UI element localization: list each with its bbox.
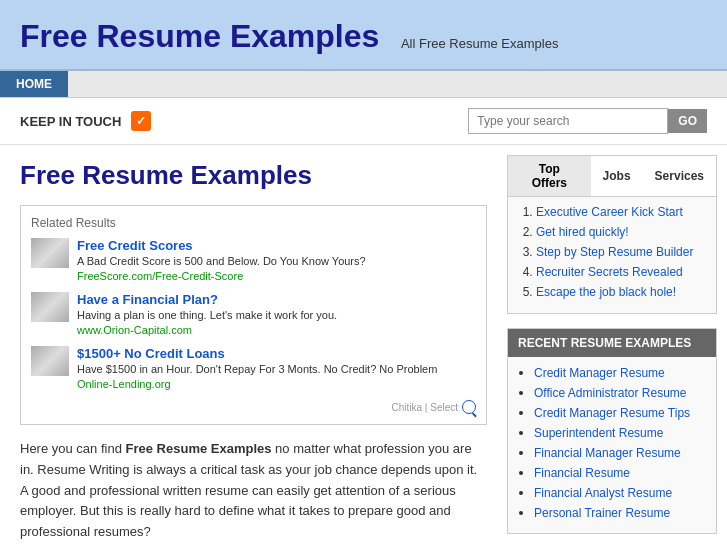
main-content: Free Resume Examples Related Results Fre… (0, 145, 507, 545)
related-thumb (31, 346, 69, 376)
related-link-2[interactable]: Have a Financial Plan? (77, 292, 337, 307)
related-results-box: Related Results Free Credit Scores A Bad… (20, 205, 487, 425)
list-item: Escape the job black hole! (536, 285, 706, 299)
related-url-2: www.Orion-Capital.com (77, 324, 337, 336)
page-header: Free Resume Examples All Free Resume Exa… (0, 0, 727, 71)
keep-in-touch-bar: KEEP IN TOUCH ✓ GO (0, 98, 727, 145)
list-item: Credit Manager Resume (534, 365, 706, 380)
recent-content: Credit Manager Resume Office Administrat… (508, 357, 716, 533)
list-item: Personal Trainer Resume (534, 505, 706, 520)
recent-link-7[interactable]: Personal Trainer Resume (534, 506, 670, 520)
main-layout: Free Resume Examples Related Results Fre… (0, 145, 727, 545)
related-desc-2: Having a plan is one thing. Let's make i… (77, 309, 337, 321)
search-input[interactable] (468, 108, 668, 134)
keep-label: KEEP IN TOUCH (20, 114, 121, 129)
list-item: Financial Analyst Resume (534, 485, 706, 500)
related-link-3[interactable]: $1500+ No Credit Loans (77, 346, 437, 361)
offer-link-4[interactable]: Recruiter Secrets Revealed (536, 265, 683, 279)
list-item: Financial Resume (534, 465, 706, 480)
recent-widget: RECENT RESUME EXAMPLES Credit Manager Re… (507, 328, 717, 534)
recent-link-3[interactable]: Superintendent Resume (534, 426, 663, 440)
body-bold-1: Free Resume Examples (126, 441, 272, 456)
recent-list: Credit Manager Resume Office Administrat… (518, 365, 706, 520)
related-item-text: Have a Financial Plan? Having a plan is … (77, 292, 337, 336)
recent-link-1[interactable]: Office Administrator Resume (534, 386, 687, 400)
related-item: Free Credit Scores A Bad Credit Score is… (31, 238, 476, 282)
list-item: Step by Step Resume Builder (536, 245, 706, 259)
body-text-1: Here you can find (20, 441, 126, 456)
list-item: Financial Manager Resume (534, 445, 706, 460)
sidebar: Top Offers Jobs Services Executive Caree… (507, 145, 727, 545)
search-icon (462, 400, 476, 414)
tabs-widget: Top Offers Jobs Services Executive Caree… (507, 155, 717, 314)
related-thumb (31, 292, 69, 322)
related-item: $1500+ No Credit Loans Have $1500 in an … (31, 346, 476, 390)
go-button[interactable]: GO (668, 109, 707, 133)
rss-icon[interactable]: ✓ (131, 111, 151, 131)
tab-services[interactable]: Services (643, 156, 716, 196)
list-item: Superintendent Resume (534, 425, 706, 440)
list-item: Credit Manager Resume Tips (534, 405, 706, 420)
nav-bar: HOME (0, 71, 727, 98)
related-url-1: FreeScore.com/Free-Credit-Score (77, 270, 366, 282)
keep-left: KEEP IN TOUCH ✓ (20, 111, 151, 131)
recent-link-6[interactable]: Financial Analyst Resume (534, 486, 672, 500)
content-heading: Free Resume Examples (20, 160, 487, 191)
recent-link-2[interactable]: Credit Manager Resume Tips (534, 406, 690, 420)
offer-link-2[interactable]: Get hired quickly! (536, 225, 629, 239)
tab-top-offers[interactable]: Top Offers (508, 156, 591, 196)
list-item: Get hired quickly! (536, 225, 706, 239)
related-thumb (31, 238, 69, 268)
related-title: Related Results (31, 216, 476, 230)
related-desc-3: Have $1500 in an Hour. Don't Repay For 3… (77, 363, 437, 375)
list-item: Recruiter Secrets Revealed (536, 265, 706, 279)
site-title: Free Resume Examples (20, 18, 379, 54)
offer-link-1[interactable]: Executive Career Kick Start (536, 205, 683, 219)
related-link-1[interactable]: Free Credit Scores (77, 238, 366, 253)
body-paragraph-1: Here you can find Free Resume Examples n… (20, 439, 487, 543)
related-item-text: Free Credit Scores A Bad Credit Score is… (77, 238, 366, 282)
related-desc-1: A Bad Credit Score is 500 and Below. Do … (77, 255, 366, 267)
chitika-label: Chitika | Select (391, 402, 458, 413)
tab-jobs[interactable]: Jobs (591, 156, 643, 196)
offer-link-3[interactable]: Step by Step Resume Builder (536, 245, 693, 259)
recent-link-0[interactable]: Credit Manager Resume (534, 366, 665, 380)
chitika-bar: Chitika | Select (31, 400, 476, 414)
recent-header: RECENT RESUME EXAMPLES (508, 329, 716, 357)
tabs-header: Top Offers Jobs Services (508, 156, 716, 197)
recent-link-4[interactable]: Financial Manager Resume (534, 446, 681, 460)
related-item: Have a Financial Plan? Having a plan is … (31, 292, 476, 336)
search-area: GO (468, 108, 707, 134)
related-url-3: Online-Lending.org (77, 378, 437, 390)
recent-link-5[interactable]: Financial Resume (534, 466, 630, 480)
related-item-text: $1500+ No Credit Loans Have $1500 in an … (77, 346, 437, 390)
list-item: Executive Career Kick Start (536, 205, 706, 219)
site-subtitle: All Free Resume Examples (401, 36, 559, 51)
list-item: Office Administrator Resume (534, 385, 706, 400)
home-button[interactable]: HOME (0, 71, 68, 97)
top-offers-list: Executive Career Kick Start Get hired qu… (518, 205, 706, 299)
tabs-content: Executive Career Kick Start Get hired qu… (508, 197, 716, 313)
offer-link-5[interactable]: Escape the job black hole! (536, 285, 676, 299)
